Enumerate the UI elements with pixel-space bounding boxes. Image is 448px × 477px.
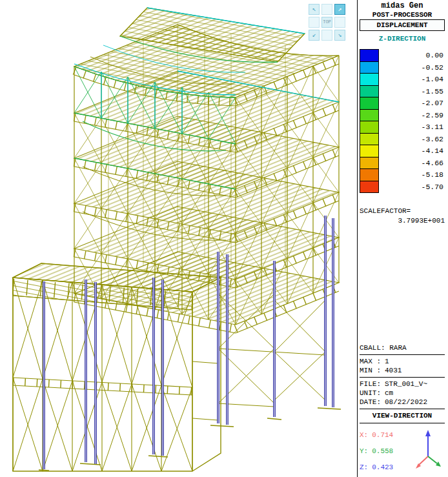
legend-value: -0.52 xyxy=(379,63,445,72)
structural-model-wireframe xyxy=(0,0,357,477)
legend-row: -0.52 xyxy=(360,61,445,74)
scale-factor-label: SCALEFACTOR= xyxy=(360,207,445,215)
app-brand: midas Gen xyxy=(360,1,445,10)
axis-y-value: 0.558 xyxy=(372,447,393,456)
legend-color-swatch xyxy=(360,49,379,62)
legend-color-swatch xyxy=(360,168,379,181)
axis-y-row: Y: 0.558 xyxy=(360,447,393,456)
axis-x-row: X: 0.714 xyxy=(360,431,393,440)
max-value: 1 xyxy=(385,357,389,366)
legend-value: -5.70 xyxy=(379,183,445,191)
triad-z-axis xyxy=(425,430,431,456)
legend-row: -4.66 xyxy=(360,157,445,170)
app-module: POST-PROCESSOR xyxy=(360,11,445,19)
legend-value: -3.62 xyxy=(379,135,445,143)
triad-y-axis xyxy=(428,456,441,467)
legend-value: 0.00 xyxy=(379,51,445,59)
unit-row: UNIT: cm xyxy=(360,389,445,398)
min-node-row: MIN : 4031 xyxy=(360,366,445,375)
diagonal-arrow-nw-icon: ↖ xyxy=(312,6,316,13)
legend-value: -4.14 xyxy=(379,147,445,155)
unit-label: UNIT: xyxy=(360,389,381,398)
date-label: DATE: xyxy=(360,398,381,407)
result-component: Z-DIRECTION xyxy=(360,35,445,43)
legend-color-swatch xyxy=(360,157,379,170)
legend-color-swatch xyxy=(360,181,379,194)
file-row: FILE: STR_001_V~ xyxy=(360,380,445,389)
view-rotate-up-button[interactable] xyxy=(321,4,332,15)
legend-color-swatch xyxy=(360,97,379,110)
view-direction-values: X: 0.714 Y: 0.558 Z: 0.423 xyxy=(360,425,393,472)
legend-color-swatch xyxy=(360,145,379,157)
midas-gen-window: ↖ ↗ TOP ↙ ↘ midas Gen POST-PROCESSOR DIS… xyxy=(0,0,448,477)
axis-z-value: 0.423 xyxy=(372,463,393,472)
view-direction-block: X: 0.714 Y: 0.558 Z: 0.423 xyxy=(360,425,445,474)
legend-row: -2.07 xyxy=(360,97,445,110)
legend-color-swatch xyxy=(360,133,379,146)
separator xyxy=(360,354,445,355)
legend-color-swatch xyxy=(360,121,379,134)
legend-row: -2.59 xyxy=(360,109,445,122)
view-rotate-down-button[interactable] xyxy=(321,30,332,41)
separator xyxy=(360,423,445,423)
load-case: CBALL: RARA xyxy=(360,343,445,352)
legend-color-swatch xyxy=(360,73,379,86)
separator xyxy=(360,377,445,378)
min-label: MIN : xyxy=(360,366,381,375)
legend-value: -4.66 xyxy=(379,159,445,167)
scale-factor: SCALEFACTOR= 3.7993E+001 xyxy=(360,207,445,225)
triad-x-axis xyxy=(416,456,428,469)
legend-value: -1.04 xyxy=(379,75,445,83)
date-value: 08/22/2022 xyxy=(385,398,427,407)
view-rotate-ne-button[interactable]: ↗ xyxy=(334,4,345,15)
max-node-row: MAX : 1 xyxy=(360,357,445,366)
unit-value: cm xyxy=(385,389,393,398)
axis-x-value: 0.714 xyxy=(372,431,393,440)
legend-color-swatch xyxy=(360,61,379,74)
view-top-button[interactable]: TOP xyxy=(321,17,332,28)
legend-value: -3.11 xyxy=(379,123,445,131)
contour-color-legend: 0.00-0.52-1.04-1.55-2.07-2.59-3.11-3.62-… xyxy=(360,49,445,193)
legend-value: -1.55 xyxy=(379,87,445,96)
axis-triad-icon xyxy=(411,427,445,474)
axis-z-row: Z: 0.423 xyxy=(360,463,393,472)
axis-z-label: Z: xyxy=(360,463,368,472)
diagonal-arrow-se-icon: ↘ xyxy=(338,32,341,39)
legend-row: -5.70 xyxy=(360,181,445,194)
legend-value: -5.18 xyxy=(379,170,445,179)
min-value: 4031 xyxy=(385,366,402,375)
view-rotate-left-button[interactable] xyxy=(309,17,320,28)
result-legend-panel: midas Gen POST-PROCESSOR DISPLACEMENT Z-… xyxy=(358,0,448,477)
legend-row: -5.18 xyxy=(360,168,445,181)
legend-value: -2.59 xyxy=(379,111,445,119)
legend-color-swatch xyxy=(360,109,379,122)
legend-row: 0.00 xyxy=(360,49,445,62)
axis-x-label: X: xyxy=(360,431,368,440)
view-direction-title: VIEW-DIRECTION xyxy=(360,411,445,421)
legend-value: -2.07 xyxy=(379,99,445,107)
model-viewport[interactable]: ↖ ↗ TOP ↙ ↘ xyxy=(0,0,358,477)
axis-y-label: Y: xyxy=(360,447,368,456)
file-label: FILE: xyxy=(360,380,381,389)
legend-row: -3.62 xyxy=(360,133,445,146)
legend-row: -1.04 xyxy=(360,73,445,86)
diagonal-arrow-sw-icon: ↙ xyxy=(312,32,316,39)
view-rotate-se-button[interactable]: ↘ xyxy=(334,30,345,41)
view-rotate-nw-button[interactable]: ↖ xyxy=(309,4,320,15)
legend-row: -1.55 xyxy=(360,85,445,98)
view-orientation-control: ↖ ↗ TOP ↙ ↘ xyxy=(309,4,345,41)
view-rotate-sw-button[interactable]: ↙ xyxy=(309,30,320,41)
max-label: MAX : xyxy=(360,357,381,366)
diagonal-arrow-ne-icon: ↗ xyxy=(338,6,341,13)
file-value: STR_001_V~ xyxy=(385,380,427,389)
scale-factor-value: 3.7993E+001 xyxy=(360,217,445,225)
legend-row: -4.14 xyxy=(360,145,445,157)
view-rotate-right-button[interactable] xyxy=(334,17,345,28)
panel-spacer xyxy=(360,225,445,343)
separator xyxy=(360,409,445,409)
legend-row: -3.11 xyxy=(360,121,445,134)
load-case-label: CBALL: RARA xyxy=(360,343,407,352)
result-type-box: DISPLACEMENT xyxy=(360,19,445,31)
legend-color-swatch xyxy=(360,85,379,98)
date-row: DATE: 08/22/2022 xyxy=(360,398,445,407)
